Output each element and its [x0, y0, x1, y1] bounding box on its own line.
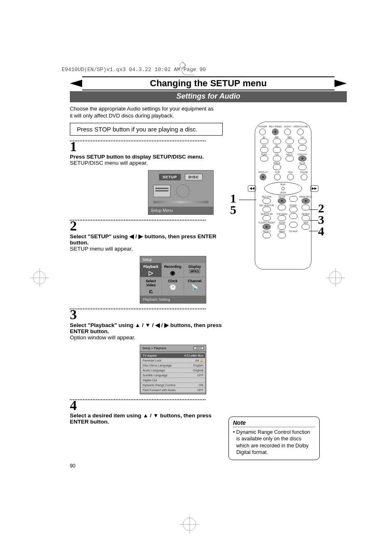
up-arrow-icon: [289, 196, 297, 202]
fast-forward-icon: ▶▶: [310, 185, 318, 192]
row-disc-menu-language: Disc Menu LanguageEnglish: [141, 363, 205, 368]
ch-down-icon: [298, 145, 307, 151]
step-number: 4: [70, 398, 347, 412]
stop-label: STOP: [280, 191, 286, 194]
dvd-button-icon: [287, 174, 294, 180]
row-parental-lock: Parental LockAll 🔒: [141, 358, 205, 363]
key-2-icon: [273, 138, 281, 144]
audio-button-icon: [284, 129, 291, 135]
setup-tab: SETUP: [159, 174, 181, 180]
step-heading: Press SETUP button to display SETUP/DISC…: [70, 154, 222, 160]
screenshot-title: Setup: [140, 256, 206, 263]
top-menu-icon: [278, 215, 286, 221]
step-body: SETUP/DISC menu will appear.: [70, 160, 222, 166]
setup-cell-select-video: Select Video⎌: [140, 277, 162, 296]
step-3: 3 Select "Playback" using ▲ / ▼ / ◀ / ▶ …: [70, 308, 347, 394]
step-heading: Select "Playback" using ▲ / ▼ / ◀ / ▶ bu…: [70, 322, 222, 334]
key-0-icon: [273, 164, 281, 170]
key-3-icon: [286, 138, 294, 144]
playback-settings-screenshot: Setup > Playback DVD TV Aspect4:3 Letter…: [140, 345, 206, 394]
progress-strip-icon: [153, 201, 208, 203]
rewind-icon: ◀◀: [248, 185, 256, 192]
power-button-icon: [259, 129, 266, 135]
pre-notice-box: Press STOP button if you are playing a d…: [70, 123, 223, 136]
disc-tab: DISC: [185, 174, 203, 180]
step-heading: Select a desired item using ▲ / ▼ button…: [70, 412, 222, 425]
clock-icon: 🕐: [163, 284, 182, 290]
key-6-icon: [286, 147, 294, 153]
row-subtitle-language: Subtitle LanguageOFF: [141, 373, 205, 378]
play-stop-pad: PLAY STOP: [264, 182, 302, 195]
page-number: 90: [70, 463, 75, 469]
screenshot-caption: Setup Menu: [148, 207, 213, 214]
rec-monitor-icon: [263, 207, 271, 212]
open-close-button-icon: [297, 129, 304, 135]
step-number: 3: [70, 308, 347, 322]
row-drc: Dynamic Range ControlON: [141, 383, 205, 387]
remote-body: POWER REC SPEED AUDIO OPEN/CLOSE @! ABC …: [255, 122, 311, 269]
callout-5: 5: [230, 203, 236, 217]
power-label: POWER: [258, 126, 267, 128]
left-arrow-icon: [278, 205, 286, 210]
slow-button-icon: [298, 164, 307, 170]
enter-button-icon: [289, 207, 297, 212]
breadcrumb: Setup > Playback: [142, 346, 166, 350]
skip-next-icon: [302, 224, 310, 230]
ch-up-icon: [298, 138, 307, 144]
callout-line-left: [239, 200, 256, 200]
mode-chip: DVD: [194, 346, 204, 350]
display-button-icon: [260, 174, 266, 180]
row-tv-aspect: TV Aspect4:3 Letter Box: [141, 353, 205, 358]
setup-disc-menu-screenshot: SETUP DISC Setup Menu: [148, 170, 214, 215]
callout-line-right-2: [309, 220, 318, 221]
cable-icon: ⎌: [141, 288, 161, 295]
key-4-icon: [260, 147, 268, 153]
crop-mark-left: [33, 271, 46, 284]
setup-cell-playback: Playback▷: [140, 263, 162, 277]
zoom-icon: [278, 224, 286, 230]
remote-keypad: @! ABC DEF CH GHI JKL MNO PQRS TUV WXYZ …: [258, 136, 308, 170]
setup-cell-display: DisplayMPEG: [184, 263, 206, 277]
play-triangle-icon: ▷: [141, 269, 161, 276]
setup-menu-screenshot: Setup Playback▷ Recording◉ DisplayMPEG S…: [140, 256, 206, 304]
rec-speed-label: REC SPEED: [269, 126, 282, 128]
note-body: • Dynamic Range Control function is avai…: [233, 429, 315, 456]
pause-button-icon: [301, 174, 307, 180]
playback-rows: TV Aspect4:3 Letter Box Parental LockAll…: [140, 352, 206, 394]
select-button-icon: [263, 233, 271, 238]
setup-cell-recording: Recording◉: [162, 263, 184, 277]
key-5-icon: [273, 147, 281, 153]
key-8-icon: [273, 156, 281, 161]
section-title: Settings for Audio: [70, 91, 347, 102]
note-box: Note • Dynamic Range Control function is…: [228, 417, 320, 460]
mpeg-chip-icon: MPEG: [189, 269, 201, 273]
note-title: Note: [233, 419, 315, 426]
down-arrow-icon: [289, 213, 297, 219]
rec-otr-icon: [263, 198, 271, 204]
remote-illustration: POWER REC SPEED AUDIO OPEN/CLOSE @! ABC …: [230, 122, 325, 269]
callout-4: 4: [318, 224, 324, 238]
key-1-icon: [260, 138, 268, 144]
title-arrow-left-icon: [70, 80, 82, 87]
timer-prog-icon: [302, 198, 310, 204]
print-registration-mark: [182, 65, 194, 75]
crop-mark-right: [329, 271, 342, 284]
remote-lower-grid: REC/OTR SETUP TIMER PROG. REC MONITOR EN…: [258, 196, 308, 238]
callout-line-right-3: [309, 231, 318, 231]
screenshot-caption: Playback Setting: [140, 296, 206, 303]
clear-button-icon: [263, 224, 271, 230]
page-title: Changing the SETUP menu: [82, 76, 334, 90]
row-digital-out: Digital Out: [141, 378, 205, 382]
setup-button-icon: [278, 198, 286, 204]
row-audio-language: Audio LanguageOriginal: [141, 368, 205, 373]
search-mf-icon: [263, 215, 271, 221]
step-body: SETUP menu will appear.: [70, 246, 222, 252]
step-body: Option window will appear.: [70, 334, 222, 341]
rec-speed-button-icon: [272, 129, 279, 135]
antenna-icon: 📡: [185, 284, 205, 290]
callout-line-right-1: [309, 210, 318, 210]
video-tv-icon: [298, 156, 307, 161]
setup-cells: Playback▷ Recording◉ DisplayMPEG Select …: [140, 263, 206, 296]
key-7-icon: [260, 156, 268, 161]
play-label: PLAY: [281, 183, 286, 186]
